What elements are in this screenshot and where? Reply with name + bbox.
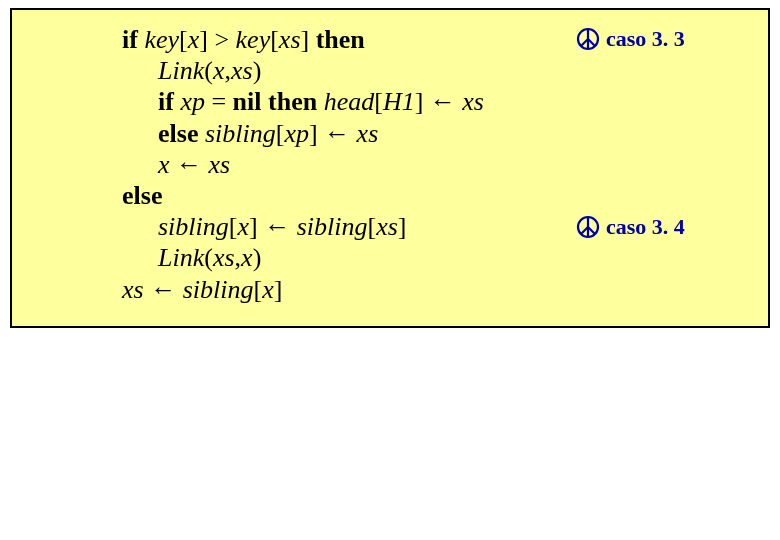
sym-rbr-gt: ] >: [199, 25, 235, 54]
arrow-icon: ←: [430, 87, 463, 116]
id-link: Link: [158, 56, 204, 85]
arrow-icon: ←: [324, 119, 357, 148]
id-xs: xs: [209, 150, 231, 179]
id-xs: xs: [376, 212, 398, 241]
sym-bracket: [: [270, 25, 279, 54]
code-line-8: Link(xs,x): [122, 242, 748, 273]
id-xs: xs: [279, 25, 301, 54]
peace-icon: [576, 215, 600, 239]
id-link: Link: [158, 243, 204, 272]
id-xs: xs: [213, 243, 235, 272]
sym-rbr: ]: [249, 212, 264, 241]
id-key: key: [236, 25, 271, 54]
arrow-icon: ←: [264, 212, 297, 241]
id-xp: xp: [284, 119, 309, 148]
annotation-label: caso 3. 4: [606, 214, 685, 240]
peace-icon: [576, 27, 600, 51]
sym-paren: ): [253, 243, 262, 272]
pseudocode-block: if key[x] > key[xs] then Link(x,xs) if x…: [122, 24, 748, 305]
id-sibling: sibling: [297, 212, 368, 241]
id-key: key: [144, 25, 179, 54]
arrow-icon: ←: [150, 275, 183, 304]
id-x: x: [213, 56, 225, 85]
id-xs: xs: [357, 119, 379, 148]
id-head: head: [324, 87, 375, 116]
sym-rbr: ]: [301, 25, 316, 54]
id-xs: xs: [231, 56, 253, 85]
id-xp: xp: [180, 87, 211, 116]
annotation-caso-3-4: caso 3. 4: [576, 214, 685, 240]
code-line-3: if xp = nil then head[H1] ← xs: [122, 86, 748, 117]
id-x: x: [188, 25, 200, 54]
kw-then: then: [316, 25, 365, 54]
sym-paren: (: [204, 56, 213, 85]
id-sibling: sibling: [183, 275, 254, 304]
kw-nil: nil: [233, 87, 268, 116]
code-line-9: xs ← sibling[x]: [122, 274, 748, 305]
sym-rbr: ]: [309, 119, 324, 148]
kw-else: else: [158, 119, 205, 148]
sym-bracket: [: [179, 25, 188, 54]
id-xs: xs: [122, 275, 150, 304]
kw-if: if: [122, 25, 144, 54]
code-line-2: Link(x,xs): [122, 55, 748, 86]
code-line-4: else sibling[xp] ← xs: [122, 118, 748, 149]
id-sibling: sibling: [205, 119, 276, 148]
arrow-icon: ←: [176, 150, 209, 179]
code-line-5: x ← xs: [122, 149, 748, 180]
sym-paren: (: [204, 243, 213, 272]
id-x: x: [237, 212, 249, 241]
sym-bracket: [: [374, 87, 383, 116]
id-xs: xs: [462, 87, 484, 116]
annotation-caso-3-3: caso 3. 3: [576, 26, 685, 52]
sym-paren: ): [253, 56, 262, 85]
id-x: x: [241, 243, 253, 272]
sym-rbr: ]: [274, 275, 283, 304]
code-line-6: else: [122, 180, 748, 211]
id-h1: H1: [383, 87, 415, 116]
id-sibling: sibling: [158, 212, 229, 241]
sym-rbr: ]: [398, 212, 407, 241]
sym-bracket: [: [253, 275, 262, 304]
sym-rbr: ]: [415, 87, 430, 116]
kw-if: if: [158, 87, 180, 116]
sym-eq: =: [211, 87, 232, 116]
sym-bracket: [: [367, 212, 376, 241]
annotation-label: caso 3. 3: [606, 26, 685, 52]
id-x: x: [158, 150, 176, 179]
code-panel: if key[x] > key[xs] then Link(x,xs) if x…: [10, 8, 770, 328]
kw-then: then: [268, 87, 324, 116]
id-x: x: [262, 275, 274, 304]
kw-else: else: [122, 181, 162, 210]
